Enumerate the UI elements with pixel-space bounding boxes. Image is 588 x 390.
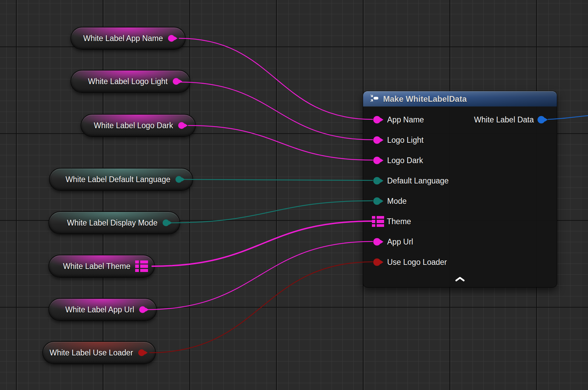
wire-logo-dark[interactable] [188, 125, 373, 160]
string-input-pin[interactable] [373, 135, 384, 145]
pin-row-app-url: App Url [363, 232, 557, 252]
collapse-advanced-pins-button[interactable] [363, 272, 557, 287]
struct-pin-icon[interactable] [135, 260, 148, 272]
blueprint-graph-canvas[interactable]: White Label App Name White Label Logo Li… [0, 0, 588, 390]
make-whitelabeldata-node[interactable]: Make WhiteLabelData App Name White Label… [363, 91, 557, 288]
make-struct-icon [370, 94, 379, 104]
string-input-pin[interactable] [373, 115, 384, 124]
string-output-pin[interactable] [178, 121, 189, 130]
pin-label: Logo Light [387, 136, 423, 145]
variable-label: White Label Default Language [66, 175, 170, 184]
wire-default-language[interactable] [184, 179, 373, 180]
pin-label: App Url [387, 237, 413, 247]
bool-input-pin[interactable] [373, 257, 384, 267]
variable-node-white-label-default-language[interactable]: White Label Default Language [49, 168, 193, 191]
string-input-pin[interactable] [373, 156, 384, 165]
wire-app-name[interactable] [179, 38, 373, 119]
variable-node-white-label-logo-light[interactable]: White Label Logo Light [70, 70, 190, 93]
output-pin-label: White Label Data [474, 115, 534, 124]
pin-row-logo-dark: Logo Dark [363, 150, 557, 171]
string-output-pin[interactable] [168, 34, 179, 43]
wire-logo-light[interactable] [180, 82, 373, 140]
object-output-pin[interactable] [537, 115, 549, 124]
variable-label: White Label Logo Light [88, 77, 168, 86]
variable-node-white-label-app-url[interactable]: White Label App Url [48, 298, 157, 321]
wire-use-loader[interactable] [150, 262, 373, 353]
chevron-up-icon [455, 277, 465, 283]
variable-label: White Label Use Loader [49, 348, 133, 357]
enum-input-pin[interactable] [373, 176, 384, 186]
variable-label: White Label App Name [83, 34, 163, 43]
string-input-pin[interactable] [373, 237, 384, 247]
string-output-pin[interactable] [172, 77, 184, 86]
bool-output-pin[interactable] [138, 348, 149, 357]
pin-label: Mode [387, 197, 407, 206]
variable-label: White Label Display Mode [67, 218, 158, 228]
pin-label: App Name [387, 115, 424, 124]
enum-input-pin[interactable] [373, 196, 384, 206]
variable-node-white-label-theme[interactable]: White Label Theme [48, 255, 155, 278]
pin-row-mode: Mode [363, 191, 557, 211]
node-header[interactable]: Make WhiteLabelData [363, 91, 557, 106]
variable-node-white-label-app-name[interactable]: White Label App Name [70, 27, 186, 50]
pin-row-theme: Theme [363, 211, 557, 232]
variable-label: White Label App Url [65, 305, 134, 314]
pin-label: Logo Dark [387, 156, 423, 165]
variable-node-white-label-use-loader[interactable]: White Label Use Loader [42, 341, 156, 364]
pin-row-default-language: Default Language [363, 171, 557, 191]
wire-app-url[interactable] [146, 241, 373, 310]
struct-pin-icon[interactable] [372, 216, 384, 227]
pin-row-logo-light: Logo Light [363, 130, 557, 150]
pin-label: Default Language [387, 176, 449, 186]
pin-row-app-name: App Name White Label Data [363, 110, 557, 130]
pin-label: Use Logo Loader [387, 258, 447, 267]
variable-label: White Label Logo Dark [94, 121, 173, 130]
wire-display-mode[interactable] [169, 201, 373, 223]
variable-label: White Label Theme [63, 262, 130, 271]
variable-node-white-label-display-mode[interactable]: White Label Display Mode [48, 211, 180, 234]
node-pin-rows: App Name White Label Data Logo Light Log… [363, 106, 557, 272]
node-title: Make WhiteLabelData [383, 94, 467, 104]
pin-row-use-logo-loader: Use Logo Loader [363, 252, 557, 272]
variable-node-white-label-logo-dark[interactable]: White Label Logo Dark [81, 114, 196, 137]
pin-label: Theme [387, 217, 411, 226]
